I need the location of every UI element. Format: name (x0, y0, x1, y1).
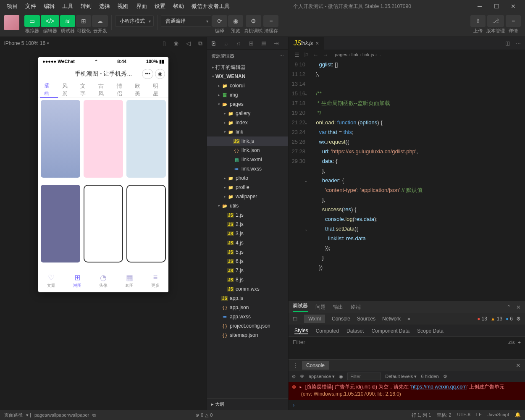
console-close-icon[interactable]: ✕ (516, 362, 521, 369)
visual-button[interactable]: ⊞ (76, 15, 91, 27)
tree-item-index[interactable]: ▸📁index (207, 118, 288, 127)
tree-item-link[interactable]: ▾📁link (207, 127, 288, 136)
menu-文件[interactable]: 文件 (22, 1, 39, 12)
menu-转到[interactable]: 转到 (77, 1, 95, 12)
details-button[interactable]: ≡ (506, 15, 521, 27)
encoding-setting[interactable]: UTF-8 (457, 412, 470, 418)
tree-item-6.js[interactable]: JS6.js (207, 257, 288, 266)
console-clear-icon[interactable]: ⊘ (292, 374, 296, 379)
opened-editors-section[interactable]: ▸打开的编辑器 (207, 63, 288, 72)
tree-item-app.wxss[interactable]: ≔app.wxss (207, 312, 288, 321)
category-tab[interactable]: 欧美 (131, 82, 149, 97)
split-editor-icon[interactable]: ◫ (505, 40, 510, 46)
error-count[interactable]: 13 (477, 316, 487, 322)
menu-编辑[interactable]: 编辑 (40, 1, 58, 12)
tab-network[interactable]: Network (382, 316, 401, 322)
category-tab[interactable]: 明星 (149, 82, 167, 97)
preview-button[interactable]: ◉ (228, 15, 243, 27)
explorer-tab-files[interactable]: ⎘ (207, 40, 220, 47)
wallpaper-item[interactable] (84, 185, 123, 262)
tab-console[interactable]: Console (332, 316, 350, 322)
console-input[interactable]: › (289, 400, 525, 410)
menu-设置[interactable]: 设置 (151, 1, 169, 12)
category-tab[interactable]: 情侣 (113, 82, 131, 97)
tree-item-8.js[interactable]: JS8.js (207, 275, 288, 284)
explorer-tab-branch[interactable]: ⎌ (232, 40, 245, 47)
compile-mode-dropdown[interactable]: 普通编译 (161, 15, 211, 27)
menu-帮助[interactable]: 帮助 (170, 1, 187, 12)
simulator-button[interactable]: ▭ (24, 15, 40, 27)
page-path-value[interactable]: pages/wallpaper/wallpaper (34, 412, 89, 417)
tabbar-item[interactable]: ◔头像 (90, 269, 116, 292)
tree-item-link.json[interactable]: { }link.json (207, 146, 288, 155)
bookmark-icon[interactable]: ⚐ (304, 52, 309, 58)
tree-item-colorui[interactable]: ▸📁colorui (207, 81, 288, 90)
crumb[interactable]: link (352, 52, 359, 57)
console-link[interactable]: https://mp.weixin.qq.com (411, 384, 467, 390)
explorer-tab-ext2[interactable]: ▤ (257, 40, 270, 47)
tree-item-link.wxss[interactable]: ≔link.wxss (207, 164, 288, 173)
explorer-tab-ext3[interactable]: ⇥ (270, 40, 283, 47)
tree-item-1.js[interactable]: JS1.js (207, 210, 288, 220)
copy-path-icon[interactable]: ⧉ (92, 412, 96, 418)
explorer-tab-search[interactable]: ⌕ (220, 40, 232, 47)
console-filter-input[interactable] (347, 373, 381, 380)
tab-dataset[interactable]: Dataset (346, 328, 364, 334)
project-root[interactable]: ▾WX_WENAN (207, 72, 288, 81)
tree-item-pages[interactable]: ▾📂pages (207, 100, 288, 109)
nav-fwd-icon[interactable]: → (323, 52, 328, 58)
indent-setting[interactable]: 空格: 2 (437, 412, 451, 418)
compile-button[interactable]: ⟳ (212, 15, 227, 27)
tab-problems[interactable]: 问题 (315, 304, 326, 311)
tab-computed[interactable]: Computed (316, 328, 339, 334)
tree-item-7.js[interactable]: JS7.js (207, 266, 288, 275)
log-level-selector[interactable]: Default levels ▾ (385, 374, 417, 379)
tree-item-4.js[interactable]: JS4.js (207, 238, 288, 247)
cut-icon[interactable]: ⧉ (198, 40, 202, 47)
code-editor[interactable]: 9 10 11 12 13 14 15 16 17 18 19 20 21 22… (289, 60, 525, 301)
wallpaper-item[interactable] (41, 100, 80, 178)
warn-count[interactable]: 13 (491, 316, 502, 322)
eol-setting[interactable]: LF (476, 412, 482, 418)
tabbar-item[interactable]: ≡更多 (142, 269, 168, 292)
tab-output[interactable]: 输出 (333, 304, 343, 311)
wallpaper-item[interactable] (41, 185, 80, 262)
add-style-icon[interactable]: + (518, 340, 521, 345)
menu-视图[interactable]: 视图 (114, 1, 132, 12)
context-selector[interactable]: appservice ▾ (309, 374, 335, 379)
tree-item-2.js[interactable]: JS2.js (207, 220, 288, 229)
category-tab[interactable]: 插画 (40, 82, 58, 98)
tree-item-utils[interactable]: ▾📂utils (207, 201, 288, 210)
devtools-settings-icon[interactable]: ⚙ (516, 316, 521, 322)
tab-wxml[interactable]: Wxml (304, 315, 325, 323)
tab-compdata[interactable]: Component Data (371, 328, 410, 334)
tab-debugger[interactable]: 调试器 (293, 302, 308, 312)
tabbar-item[interactable]: ⊞潮图 (64, 269, 90, 292)
wallpaper-item[interactable] (126, 100, 166, 178)
status-err-icon[interactable]: ⊗ (195, 412, 199, 418)
cursor-position[interactable]: 行 1, 列 1 (412, 412, 431, 418)
wallpaper-item[interactable] (84, 100, 123, 178)
notification-icon[interactable]: 🔔 (515, 412, 521, 418)
tab-styles[interactable]: Styles (294, 328, 308, 334)
nav-back-icon[interactable]: ← (313, 52, 318, 58)
console-eye-icon[interactable]: 👁 (300, 374, 304, 379)
category-tab[interactable]: 古风 (94, 82, 112, 97)
tree-item-link.js[interactable]: JSlink.js (207, 136, 288, 146)
tree-item-gallery[interactable]: ▸📁gallery (207, 109, 288, 118)
menu-选择[interactable]: 选择 (96, 1, 113, 12)
tree-item-comm.wxs[interactable]: JScomm.wxs (207, 284, 288, 294)
maximize-button[interactable]: ☐ (488, 0, 505, 13)
tree-item-wallpaper[interactable]: ▸📁wallpaper (207, 192, 288, 201)
menu-工具[interactable]: 工具 (59, 1, 76, 12)
editor-tab-linkjs[interactable]: JS link.js × (289, 37, 324, 50)
capsule-close[interactable]: ◉ (155, 69, 165, 79)
close-button[interactable]: ✕ (505, 0, 522, 13)
console-settings-icon[interactable]: ⚙ (443, 374, 447, 379)
status-warn-icon[interactable]: △ (205, 412, 208, 418)
close-tab-icon[interactable]: × (315, 40, 319, 47)
tree-item-app.json[interactable]: { }app.json (207, 303, 288, 312)
tree-item-project.config.json[interactable]: { }project.config.json (207, 321, 288, 331)
tree-item-sitemap.json[interactable]: { }sitemap.json (207, 331, 288, 340)
clear-cache-button[interactable]: ≡ (263, 15, 278, 27)
